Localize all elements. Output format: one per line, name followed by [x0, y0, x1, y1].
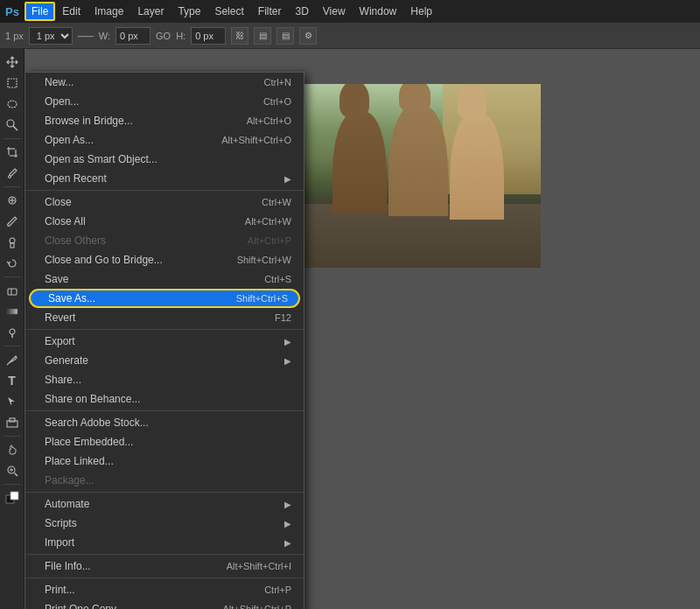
menu-item-close-shortcut: Ctrl+W	[262, 197, 291, 207]
menu-item-browse-bridge-shortcut: Alt+Ctrl+O	[247, 116, 291, 126]
brush-tool[interactable]	[3, 212, 22, 231]
align-left-icon[interactable]: ▤	[254, 27, 271, 45]
tool-divider-4	[4, 346, 21, 346]
svg-rect-16	[7, 309, 18, 314]
menu-item-save-shortcut: Ctrl+S	[264, 274, 291, 284]
menu-item-place-linked[interactable]: Place Linked...	[25, 452, 304, 471]
menu-item-close-all-label: Close All	[45, 215, 86, 228]
menu-layer[interactable]: Layer	[130, 2, 171, 21]
crop-tool[interactable]	[3, 143, 22, 162]
menu-item-open-as-shortcut: Alt+Shift+Ctrl+O	[221, 135, 291, 145]
marquee-tool[interactable]	[3, 74, 22, 93]
menu-item-open-shortcut: Ctrl+O	[263, 96, 291, 107]
menu-item-share-behance[interactable]: Share on Behance...	[25, 389, 304, 409]
menu-item-save-as[interactable]: Save As... Shift+Ctrl+S	[29, 289, 300, 308]
menu-item-browse-bridge[interactable]: Browse in Bridge... Alt+Ctrl+O	[25, 111, 304, 130]
menu-item-share[interactable]: Share...	[25, 370, 304, 389]
go-label: GO	[156, 31, 171, 41]
menu-item-export[interactable]: Export ▶	[25, 332, 304, 351]
clone-stamp-tool[interactable]	[3, 233, 22, 252]
menu-item-open-recent[interactable]: Open Recent ▶	[25, 169, 304, 188]
menu-item-save[interactable]: Save Ctrl+S	[25, 270, 304, 289]
align-center-icon[interactable]: ▤	[276, 27, 294, 45]
type-tool[interactable]: T	[3, 371, 22, 390]
menu-item-import[interactable]: Import ▶	[25, 533, 304, 552]
menu-item-share-behance-label: Share on Behance...	[45, 393, 140, 405]
size-dropdown[interactable]: 1 px	[29, 27, 73, 45]
svg-line-23	[14, 473, 18, 477]
menu-item-open[interactable]: Open... Ctrl+O	[25, 92, 304, 111]
foreground-color[interactable]	[3, 488, 22, 508]
menu-edit[interactable]: Edit	[55, 2, 88, 21]
menu-item-print-label: Print...	[45, 584, 75, 596]
menu-image[interactable]: Image	[88, 2, 130, 21]
lasso-tool[interactable]	[3, 94, 22, 114]
menu-item-print-shortcut: Ctrl+P	[264, 584, 291, 595]
eraser-tool[interactable]	[3, 281, 22, 300]
menu-select[interactable]: Select	[207, 2, 250, 21]
separator-3	[25, 410, 304, 411]
zoom-tool[interactable]	[3, 461, 22, 480]
menu-item-new[interactable]: New... Ctrl+N	[25, 73, 304, 92]
menu-item-file-info-shortcut: Alt+Shift+Ctrl+I	[227, 561, 291, 571]
separator-5	[25, 554, 304, 555]
menu-item-close-bridge[interactable]: Close and Go to Bridge... Shift+Ctrl+W	[25, 250, 304, 270]
pen-tool[interactable]	[3, 350, 22, 369]
menu-item-new-label: New...	[45, 76, 74, 88]
menu-item-save-as-label: Save As...	[48, 292, 95, 304]
scripts-arrow: ▶	[284, 519, 291, 528]
open-recent-arrow: ▶	[284, 174, 291, 184]
dodge-tool[interactable]	[3, 323, 22, 342]
menu-item-open-smart[interactable]: Open as Smart Object...	[25, 150, 304, 169]
tool-divider-2	[4, 186, 21, 187]
menu-item-import-label: Import	[45, 536, 74, 549]
shape-tool[interactable]	[3, 413, 22, 432]
lock-icon[interactable]: ⛓	[231, 27, 248, 45]
menu-type[interactable]: Type	[171, 2, 207, 21]
menu-item-file-info-label: File Info...	[45, 560, 91, 572]
menu-item-revert[interactable]: Revert F12	[25, 308, 304, 327]
menu-bar: Ps File Edit Image Layer Type Select Fil…	[0, 0, 700, 23]
height-input[interactable]	[191, 27, 226, 45]
menu-item-open-smart-label: Open as Smart Object...	[45, 153, 158, 165]
menu-item-file-info[interactable]: File Info... Alt+Shift+Ctrl+I	[25, 556, 304, 576]
hand-tool[interactable]	[3, 440, 22, 459]
menu-item-automate[interactable]: Automate ▶	[25, 494, 304, 514]
menu-file[interactable]: File	[24, 2, 55, 21]
menu-window[interactable]: Window	[353, 2, 404, 21]
menu-3d[interactable]: 3D	[288, 2, 315, 21]
menu-item-print[interactable]: Print... Ctrl+P	[25, 580, 304, 599]
svg-point-8	[8, 176, 10, 178]
menu-item-scripts[interactable]: Scripts ▶	[25, 514, 304, 533]
menu-item-generate[interactable]: Generate ▶	[25, 351, 304, 370]
menu-item-new-shortcut: Ctrl+N	[264, 77, 291, 88]
menu-item-close-all[interactable]: Close All Alt+Ctrl+W	[25, 212, 304, 231]
path-select-tool[interactable]	[3, 392, 22, 411]
canvas-area: New... Ctrl+N Open... Ctrl+O Browse in B…	[24, 49, 700, 609]
ps-logo: Ps	[0, 0, 24, 23]
menu-filter[interactable]: Filter	[251, 2, 289, 21]
width-input[interactable]	[116, 27, 150, 45]
menu-item-close[interactable]: Close Ctrl+W	[25, 192, 304, 212]
menu-item-share-label: Share...	[45, 374, 81, 386]
settings-icon[interactable]: ⚙	[299, 27, 317, 45]
menu-item-open-as[interactable]: Open As... Alt+Shift+Ctrl+O	[25, 130, 304, 150]
healing-brush-tool[interactable]	[3, 191, 22, 210]
separator-2	[25, 329, 304, 330]
menu-view[interactable]: View	[316, 2, 353, 21]
menu-item-place-embedded[interactable]: Place Embedded...	[25, 432, 304, 452]
menu-help[interactable]: Help	[403, 2, 439, 21]
history-brush-tool[interactable]	[3, 254, 22, 273]
menu-item-export-label: Export	[45, 335, 75, 347]
quick-select-tool[interactable]	[3, 116, 22, 135]
tool-divider-6	[4, 484, 21, 485]
gradient-tool[interactable]	[3, 302, 22, 321]
eyedropper-tool[interactable]	[3, 164, 22, 183]
menu-item-print-one[interactable]: Print One Copy Alt+Shift+Ctrl+P	[25, 599, 304, 609]
menu-item-search-stock[interactable]: Search Adobe Stock...	[25, 413, 304, 432]
tool-divider-5	[4, 436, 21, 437]
move-tool[interactable]	[3, 52, 22, 72]
svg-rect-27	[10, 492, 18, 500]
svg-point-1	[8, 101, 17, 108]
svg-rect-0	[8, 79, 17, 88]
